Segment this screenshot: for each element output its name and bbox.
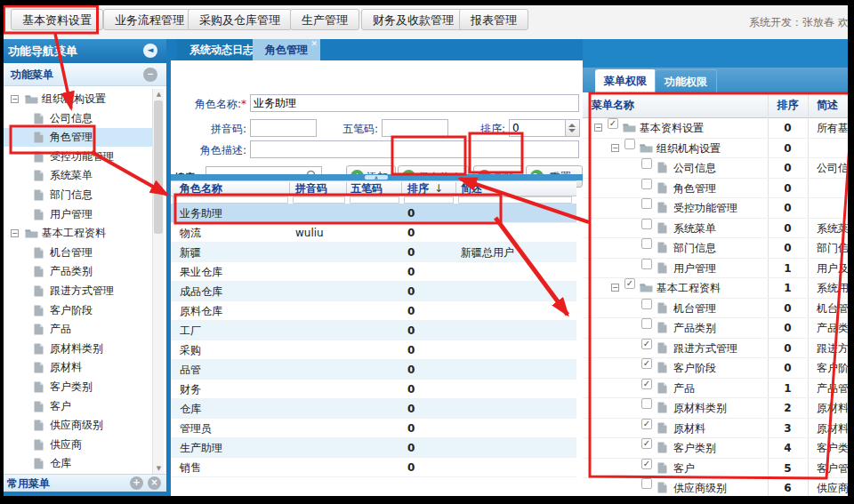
permission-row[interactable]: 用户管理1用户及: [583, 259, 848, 279]
checkbox-checked[interactable]: ✓: [608, 118, 618, 129]
permission-row[interactable]: −✓基本资料设置0所有基: [583, 118, 848, 139]
filter-input[interactable]: [350, 196, 399, 204]
permission-row[interactable]: ✓客户阶段0客户阶: [583, 358, 848, 379]
sidebar-section-header[interactable]: 功能菜单 −: [4, 63, 166, 86]
sidebar-item-18[interactable]: 供应商级别: [4, 416, 152, 435]
col-menu-desc[interactable]: 简述: [817, 92, 838, 117]
scroll-down-icon[interactable]: ▼: [153, 463, 165, 474]
sidebar-item-9[interactable]: 机台管理: [4, 244, 152, 262]
sidebar-item-17[interactable]: 客户: [4, 397, 152, 416]
table-row[interactable]: 新疆0新疆总用户: [171, 243, 576, 262]
top-menu-item[interactable]: 生产管理: [290, 9, 359, 30]
checkbox-unchecked[interactable]: [641, 179, 652, 189]
permission-row[interactable]: 原材料类别2原材料: [583, 398, 848, 419]
collapse-minus-icon[interactable]: −: [143, 68, 157, 82]
top-menu-item[interactable]: 基本资料设置: [11, 9, 103, 30]
checkbox-unchecked[interactable]: [641, 198, 652, 209]
checkbox-checked[interactable]: ✓: [641, 438, 652, 449]
sidebar-footer[interactable]: 常用菜单 + ×: [4, 474, 166, 492]
filter-input[interactable]: [293, 196, 345, 204]
col-role-name[interactable]: 角色名称: [180, 181, 222, 196]
col-desc[interactable]: 简述: [461, 181, 482, 196]
top-menu-item[interactable]: 采购及仓库管理: [188, 9, 292, 30]
filter-input[interactable]: [173, 196, 288, 204]
sidebar-item-8[interactable]: −基本工程资料: [4, 224, 152, 243]
sidebar-item-16[interactable]: 客户类别: [4, 378, 152, 396]
checkbox-unchecked[interactable]: [641, 318, 652, 329]
checkbox-checked[interactable]: ✓: [624, 278, 635, 289]
col-menu-sort[interactable]: 排序: [768, 92, 808, 117]
pinyin-input[interactable]: [250, 119, 317, 137]
collapse-splitter[interactable]: ▲: [171, 174, 583, 180]
sidebar-item-20[interactable]: 仓库: [4, 454, 152, 473]
checkbox-unchecked[interactable]: [641, 299, 652, 309]
permission-row[interactable]: −组织机构设置0: [583, 139, 848, 159]
tree-collapse-icon[interactable]: −: [11, 229, 19, 237]
permission-row[interactable]: ✓原材料3原材料: [583, 419, 848, 439]
tree-collapse-icon[interactable]: −: [11, 95, 19, 103]
permission-row[interactable]: ✓跟进方式管理0跟进方: [583, 339, 848, 359]
filter-input[interactable]: [404, 196, 454, 204]
checkbox-checked[interactable]: ✓: [641, 419, 652, 429]
checkbox-unchecked[interactable]: [641, 259, 652, 269]
permission-row[interactable]: −✓基本工程资料1系统用: [583, 278, 848, 299]
permission-row[interactable]: ✓客户类别4客户类: [583, 438, 848, 459]
sidebar-item-14[interactable]: 原材料类别: [4, 340, 152, 358]
table-row[interactable]: 生产助理0: [171, 438, 576, 458]
sidebar-item-6[interactable]: 部门信息: [4, 186, 152, 204]
permission-row[interactable]: 供应商级别6供应商: [583, 478, 848, 496]
sidebar-item-11[interactable]: 跟进方式管理: [4, 282, 152, 300]
filter-input[interactable]: [458, 196, 572, 204]
scrollbar-thumb[interactable]: [154, 100, 163, 234]
permission-row[interactable]: 系统菜单0系统菜: [583, 219, 848, 239]
table-row[interactable]: 物流wuliu0: [171, 223, 576, 243]
permission-row[interactable]: 产品类别0产品类: [583, 318, 848, 339]
checkbox-unchecked[interactable]: [641, 478, 652, 489]
permission-row[interactable]: ✓客户5客户管: [583, 459, 848, 479]
checkbox-checked[interactable]: ✓: [641, 379, 652, 389]
sidebar-item-2[interactable]: 公司信息: [4, 109, 152, 128]
table-row[interactable]: 财务0: [171, 380, 576, 399]
tab-menu-permissions[interactable]: 菜单权限: [595, 69, 656, 92]
col-menu-name[interactable]: 菜单名称: [592, 92, 634, 117]
sort-direction-icon[interactable]: ↓: [434, 181, 443, 196]
permission-row[interactable]: 机台管理0机台管: [583, 299, 848, 319]
wubi-input[interactable]: [382, 119, 448, 137]
checkbox-checked[interactable]: ✓: [641, 339, 652, 349]
spin-up-icon[interactable]: [568, 124, 576, 127]
sort-input[interactable]: [509, 119, 566, 137]
sidebar-collapse-icon[interactable]: ◄: [143, 44, 157, 58]
role-desc-input[interactable]: [250, 140, 579, 158]
sidebar-item-5[interactable]: 系统菜单: [4, 166, 152, 185]
table-row[interactable]: 原料仓库0: [171, 301, 576, 321]
table-row[interactable]: 销售0: [171, 458, 576, 477]
sidebar-item-12[interactable]: 客户阶段: [4, 301, 152, 320]
top-menu-item[interactable]: 业务流程管理: [103, 9, 196, 30]
checkbox-checked[interactable]: ✓: [641, 358, 652, 369]
permission-row[interactable]: 公司信息0公司信: [583, 158, 848, 179]
sidebar-item-4[interactable]: 受控功能管理: [4, 148, 152, 166]
permission-row[interactable]: 部门信息0部门信: [583, 238, 848, 259]
checkbox-unchecked[interactable]: [641, 219, 652, 229]
col-pinyin[interactable]: 拼音码: [295, 181, 327, 196]
col-wubi[interactable]: 五笔码: [350, 181, 383, 196]
sidebar-item-1[interactable]: −组织机构设置: [4, 90, 152, 108]
permission-row[interactable]: 受控功能管理0: [583, 198, 848, 219]
permission-row[interactable]: ✓产品1产品管: [583, 379, 848, 399]
checkbox-unchecked[interactable]: [641, 158, 652, 169]
sidebar-scrollbar[interactable]: ▲ ▼: [152, 89, 164, 474]
checkbox-unchecked[interactable]: [641, 398, 652, 409]
tree-collapse-icon[interactable]: −: [611, 284, 619, 292]
spin-down-icon[interactable]: [568, 129, 576, 132]
sidebar-item-10[interactable]: 产品类别: [4, 262, 152, 281]
table-row[interactable]: 采购0: [171, 340, 576, 360]
sort-spinner[interactable]: [566, 119, 580, 137]
top-menu-item[interactable]: 报表管理: [459, 9, 528, 30]
checkbox-unchecked[interactable]: [641, 238, 652, 249]
table-row[interactable]: 果业仓库0: [171, 262, 576, 282]
table-row[interactable]: 业务助理0: [171, 204, 576, 223]
tree-collapse-icon[interactable]: −: [594, 124, 602, 132]
table-row[interactable]: 管理员0: [171, 419, 576, 438]
sidebar-item-3[interactable]: 角色管理: [4, 128, 152, 147]
sidebar-item-13[interactable]: 产品: [4, 320, 152, 339]
